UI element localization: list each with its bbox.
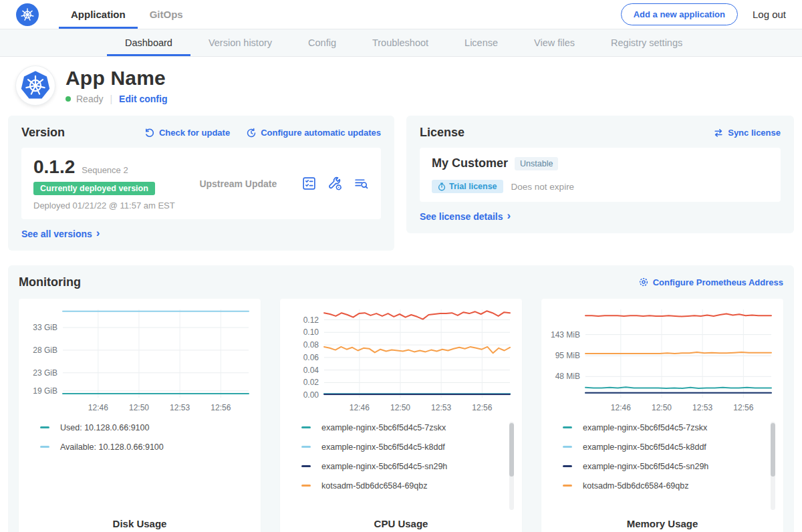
svg-text:33 GiB: 33 GiB (33, 323, 57, 332)
legend-color-dash (563, 446, 572, 448)
legend-item: example-nginx-5bc6f5d4c5-sn29h (301, 462, 515, 471)
legend-color-dash (563, 485, 572, 487)
svg-text:95 MiB: 95 MiB (555, 351, 580, 360)
legend-label: example-nginx-5bc6f5d4c5-k8ddf (321, 442, 445, 452)
log-out-link[interactable]: Log out (753, 9, 786, 20)
stopwatch-icon (438, 182, 446, 191)
svg-text:12:53: 12:53 (431, 403, 451, 412)
cpu-usage-chart: 0.000.020.040.060.080.100.1212:4612:5012… (287, 304, 515, 416)
svg-text:12:46: 12:46 (88, 403, 108, 412)
legend-item: example-nginx-5bc6f5d4c5-k8ddf (563, 442, 777, 452)
sync-license-link[interactable]: Sync license (713, 128, 781, 138)
divider: | (108, 94, 114, 104)
see-all-versions-link[interactable]: See all versions› (21, 228, 100, 239)
page-title: App Name (65, 67, 167, 90)
legend-color-dash (40, 426, 49, 428)
monitoring-section: Monitoring Configure Prometheus Address … (8, 265, 794, 532)
app-status-text: Ready (76, 94, 103, 104)
legend-item: Used: 10.128.0.66:9100 (40, 423, 254, 432)
top-navbar: Application GitOps Add a new application… (0, 0, 802, 29)
sequence-label: Sequence 2 (82, 165, 128, 175)
tab-troubleshoot[interactable]: Troubleshoot (354, 29, 446, 56)
tab-application[interactable]: Application (59, 0, 138, 29)
svg-text:12:50: 12:50 (390, 403, 410, 412)
gear-icon (638, 277, 649, 287)
legend-color-dash (301, 465, 311, 467)
license-expiry-text: Does not expire (511, 182, 575, 192)
legend-scrollbar-thumb[interactable] (771, 423, 775, 477)
svg-text:0.06: 0.06 (303, 352, 319, 362)
svg-text:12:53: 12:53 (692, 403, 712, 412)
monitoring-title: Monitoring (19, 275, 81, 289)
chart-title: CPU Usage (287, 514, 515, 529)
legend-label: example-nginx-5bc6f5d4c5-7zskx (583, 423, 707, 432)
configure-automatic-updates-link[interactable]: Configure automatic updates (246, 128, 381, 138)
legend-item: example-nginx-5bc6f5d4c5-k8ddf (301, 442, 515, 452)
add-new-application-button[interactable]: Add a new application (621, 3, 738, 25)
ready-status-dot (65, 96, 71, 102)
version-card-title: Version (21, 126, 65, 140)
see-license-details-link[interactable]: See license details› (420, 211, 511, 222)
currently-deployed-badge: Currently deployed version (33, 182, 155, 195)
svg-text:0.08: 0.08 (303, 340, 319, 350)
channel-badge: Unstable (515, 157, 558, 170)
version-number: 0.1.2 (33, 156, 75, 178)
memory-usage-legend: example-nginx-5bc6f5d4c5-7zskxexample-ng… (563, 423, 777, 491)
legend-color-dash (40, 446, 49, 448)
svg-text:12:56: 12:56 (733, 403, 753, 412)
svg-text:12:56: 12:56 (211, 403, 231, 412)
disk-usage-chart-card: 19 GiB23 GiB28 GiB33 GiB12:4612:5012:531… (19, 299, 261, 532)
app-avatar (16, 66, 55, 105)
tab-view-files[interactable]: View files (516, 29, 593, 56)
primary-tabs: Application GitOps (59, 0, 195, 29)
tab-dashboard[interactable]: Dashboard (107, 29, 190, 56)
license-card: License Sync license My Customer Unstabl… (406, 116, 794, 233)
tab-registry-settings[interactable]: Registry settings (593, 29, 700, 56)
svg-text:28 GiB: 28 GiB (33, 345, 57, 354)
clock-refresh-icon (246, 128, 257, 138)
svg-text:12:46: 12:46 (611, 403, 631, 412)
legend-label: Available: 10.128.0.66:9100 (60, 442, 164, 452)
kubernetes-logo-icon[interactable] (16, 3, 39, 26)
legend-label: kotsadm-5db6dc6584-69qbz (583, 481, 688, 491)
svg-text:48 MiB: 48 MiB (555, 372, 580, 381)
svg-text:23 GiB: 23 GiB (33, 368, 57, 377)
sync-arrows-icon (713, 128, 724, 138)
tab-gitops[interactable]: GitOps (138, 0, 195, 29)
app-subnav: Dashboard Version history Config Trouble… (0, 29, 802, 57)
check-for-update-link[interactable]: Check for update (144, 128, 230, 138)
legend-color-dash (301, 426, 311, 428)
preflight-checks-icon[interactable] (301, 176, 317, 191)
deployed-timestamp: Deployed 01/21/22 @ 11:57 am EST (33, 201, 175, 211)
legend-item: example-nginx-5bc6f5d4c5-7zskx (563, 423, 777, 432)
svg-text:12:46: 12:46 (350, 403, 370, 412)
svg-text:0.02: 0.02 (303, 378, 319, 387)
version-card: Version Check for update Configure autom… (8, 116, 394, 251)
version-source-label: Upstream Update (199, 178, 277, 189)
legend-color-dash (301, 446, 311, 448)
edit-config-icon[interactable] (327, 176, 343, 191)
tab-version-history[interactable]: Version history (190, 29, 290, 56)
svg-text:0.10: 0.10 (303, 327, 319, 337)
legend-label: example-nginx-5bc6f5d4c5-7zskx (321, 423, 446, 432)
disk-usage-legend: Used: 10.128.0.66:9100Available: 10.128.… (40, 423, 254, 452)
legend-item: example-nginx-5bc6f5d4c5-7zskx (301, 423, 515, 432)
svg-text:12:56: 12:56 (472, 403, 492, 412)
legend-label: example-nginx-5bc6f5d4c5-sn29h (583, 462, 708, 471)
chart-title: Disk Usage (25, 514, 254, 529)
cpu-usage-chart-card: 0.000.020.040.060.080.100.1212:4612:5012… (280, 299, 522, 532)
legend-item: Available: 10.128.0.66:9100 (40, 442, 254, 452)
svg-text:0.12: 0.12 (303, 315, 319, 324)
legend-scrollbar (509, 422, 514, 510)
svg-text:12:50: 12:50 (129, 403, 149, 412)
legend-label: example-nginx-5bc6f5d4c5-k8ddf (583, 442, 706, 452)
legend-scrollbar (771, 422, 775, 510)
legend-label: Used: 10.128.0.66:9100 (60, 423, 149, 432)
edit-config-link[interactable]: Edit config (119, 94, 167, 104)
deploy-logs-icon[interactable] (354, 176, 369, 191)
legend-color-dash (301, 485, 311, 487)
tab-config[interactable]: Config (290, 29, 354, 56)
legend-scrollbar-thumb[interactable] (509, 423, 514, 477)
configure-prometheus-link[interactable]: Configure Prometheus Address (638, 277, 783, 287)
tab-license[interactable]: License (446, 29, 516, 56)
